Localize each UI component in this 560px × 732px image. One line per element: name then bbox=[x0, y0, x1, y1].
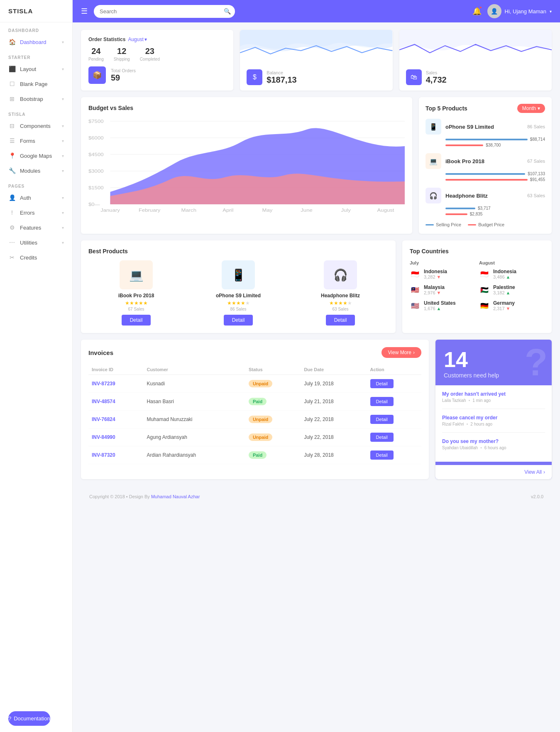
tp-month-button[interactable]: Month ▾ bbox=[517, 104, 545, 113]
search-input[interactable] bbox=[94, 5, 235, 18]
status-badge: Unpaid bbox=[249, 380, 272, 387]
col-status: Status bbox=[245, 365, 301, 375]
chevron-down-icon: ▾ bbox=[62, 240, 64, 245]
bp-detail-button[interactable]: Detail bbox=[122, 315, 151, 326]
bp-stars: ★★★★★ bbox=[293, 300, 388, 306]
sidebar-item-label: Layout bbox=[20, 66, 62, 72]
detail-button[interactable]: Detail bbox=[370, 450, 394, 460]
credits-icon: ✂ bbox=[8, 254, 16, 261]
sidebar-item-credits[interactable]: ✂ Credits bbox=[0, 250, 72, 265]
svg-text:$0—: $0— bbox=[88, 202, 100, 207]
menu-icon[interactable]: ☰ bbox=[81, 7, 88, 16]
balance-card: $ Balance $187,13 bbox=[240, 30, 392, 91]
documentation-button[interactable]: ? Documentation bbox=[8, 711, 50, 726]
flag-indonesia-aug: 🇮🇩 bbox=[479, 270, 490, 278]
order-stats-header: Order Statistics August ▾ bbox=[88, 37, 226, 42]
help-card: 14 Customers need help ? My order hasn't… bbox=[435, 340, 552, 479]
tp-budget-bar-row: $38,700 bbox=[445, 143, 545, 147]
tp-sales: 86 Sales bbox=[527, 124, 545, 129]
best-products-title: Best Products bbox=[88, 248, 388, 255]
table-header-row: Invoice ID Customer Status Due Date Acti… bbox=[88, 365, 421, 375]
footer-copyright: Copyright © 2018 • Design By Muhamad Nau… bbox=[89, 494, 200, 499]
tc-july-label: July bbox=[410, 260, 475, 265]
sidebar-item-bootstrap[interactable]: ⊞ Bootstrap ▾ bbox=[0, 91, 72, 106]
tp-budget-bar bbox=[445, 179, 528, 181]
sidebar-item-label: Bootstrap bbox=[20, 96, 62, 102]
sidebar-item-layout[interactable]: ⬛ Layout ▾ bbox=[0, 61, 72, 76]
sidebar-item-googlemaps[interactable]: 📍 Google Maps ▾ bbox=[0, 148, 72, 163]
help-msg-title-3[interactable]: Do you see my mother? bbox=[442, 438, 545, 444]
section-label-starter: STARTER bbox=[0, 49, 72, 61]
tp-item-header: 🎧 Headphone Blitz 63 Sales bbox=[426, 188, 545, 203]
user-menu[interactable]: 👤 Hi, Ujang Maman ▾ bbox=[487, 4, 552, 18]
svg-text:March: March bbox=[181, 208, 196, 213]
map-icon: 📍 bbox=[8, 152, 16, 159]
stat-bottom: 📦 Total Orders 59 bbox=[88, 66, 226, 84]
total-orders: Total Orders 59 bbox=[111, 68, 136, 83]
sales-values: Sales 4,732 bbox=[426, 70, 447, 85]
sidebar-item-errors[interactable]: ! Errors ▾ bbox=[0, 205, 72, 220]
bp-icon-headphone: 🎧 bbox=[324, 260, 357, 289]
sidebar-item-label: Components bbox=[20, 123, 62, 129]
help-messages: My order hasn't arrived yet Laila Tazkia… bbox=[435, 385, 552, 462]
flag-germany: 🇩🇪 bbox=[479, 302, 490, 309]
bp-icon-phone: 📱 bbox=[222, 260, 255, 289]
bp-sales: 86 Sales bbox=[191, 307, 286, 311]
help-msg-title-2[interactable]: Please cancel my order bbox=[442, 415, 545, 421]
stat-numbers: 24 Pending 12 Shipping 23 Completed bbox=[88, 47, 226, 61]
tp-name: iBook Pro 2018 bbox=[445, 158, 523, 164]
sidebar-item-label: Blank Page bbox=[20, 81, 64, 87]
sales-icon-box: 🛍 bbox=[406, 69, 422, 85]
bp-detail-button[interactable]: Detail bbox=[224, 315, 253, 326]
view-all-link[interactable]: View All › bbox=[442, 469, 545, 475]
legend-budget-dot bbox=[468, 224, 476, 225]
month-dropdown[interactable]: August ▾ bbox=[128, 37, 147, 42]
customer-cell: Hasan Basri bbox=[143, 393, 245, 411]
sidebar: STISLA DASHBOARD 🏠 Dashboard ▾ STARTER ⬛… bbox=[0, 0, 73, 732]
tp-icon-laptop: 💻 bbox=[426, 153, 441, 169]
detail-button[interactable]: Detail bbox=[370, 397, 394, 406]
svg-text:April: April bbox=[223, 208, 233, 213]
detail-button[interactable]: Detail bbox=[370, 433, 394, 442]
tp-selling-bar-row: $88,714 bbox=[445, 137, 545, 142]
view-more-button[interactable]: View More › bbox=[381, 347, 421, 358]
status-badge: Paid bbox=[249, 451, 267, 459]
bp-sales: 67 Sales bbox=[88, 307, 184, 311]
chevron-down-icon: ▾ bbox=[62, 139, 64, 143]
sidebar-item-features[interactable]: ⚙ Features ▾ bbox=[0, 220, 72, 235]
sidebar-item-forms[interactable]: ☰ Forms ▾ bbox=[0, 133, 72, 148]
footer-author-link[interactable]: Muhamad Nauval Azhar bbox=[151, 494, 200, 499]
tp-bars: $107,133 $91,455 bbox=[445, 171, 545, 182]
tp-budget-bar bbox=[445, 213, 467, 215]
detail-button[interactable]: Detail bbox=[370, 415, 394, 424]
sidebar-item-blank[interactable]: ☐ Blank Page bbox=[0, 76, 72, 91]
stats-row: Order Statistics August ▾ 24 Pending 12 bbox=[81, 30, 552, 91]
sidebar-item-dashboard[interactable]: 🏠 Dashboard ▾ bbox=[0, 34, 72, 49]
status-cell: Paid bbox=[245, 446, 301, 464]
invoice-id-cell: INV-76824 bbox=[88, 411, 143, 428]
sidebar-item-components[interactable]: ⊟ Components ▾ bbox=[0, 118, 72, 133]
detail-button[interactable]: Detail bbox=[370, 379, 394, 388]
sidebar-section-pages: PAGES 👤 Auth ▾ ! Errors ▾ ⚙ Features ▾ ⋯… bbox=[0, 178, 72, 265]
help-msg-title-1[interactable]: My order hasn't arrived yet bbox=[442, 391, 545, 397]
errors-icon: ! bbox=[8, 209, 16, 216]
app-logo: STISLA bbox=[0, 0, 72, 22]
pending-stat: 24 Pending bbox=[88, 47, 104, 61]
notification-bell[interactable]: 🔔 bbox=[472, 7, 482, 16]
tp-sales: 67 Sales bbox=[527, 159, 545, 164]
sidebar-item-auth[interactable]: 👤 Auth ▾ bbox=[0, 190, 72, 205]
topbar: ☰ 🔍 🔔 👤 Hi, Ujang Maman ▾ bbox=[73, 0, 560, 22]
bp-icon-laptop: 💻 bbox=[120, 260, 153, 289]
sidebar-item-modules[interactable]: 🔧 Modules ▾ bbox=[0, 163, 72, 178]
shipping-stat: 12 Shipping bbox=[114, 47, 130, 61]
help-msg-meta-3: Syahdan Ubaidillah • 6 hours ago bbox=[442, 446, 545, 450]
sidebar-item-utilities[interactable]: ⋯ Utilities ▾ bbox=[0, 235, 72, 250]
tp-legend: Selling Price Budget Price bbox=[426, 222, 545, 227]
tp-selling-val: $88,714 bbox=[530, 137, 545, 142]
tp-icon-phone: 📱 bbox=[426, 119, 441, 135]
bp-detail-button[interactable]: Detail bbox=[326, 315, 355, 326]
flag-us: 🇺🇸 bbox=[410, 302, 421, 309]
col-customer: Customer bbox=[143, 365, 245, 375]
status-cell: Paid bbox=[245, 393, 301, 411]
modules-icon: 🔧 bbox=[8, 167, 16, 174]
